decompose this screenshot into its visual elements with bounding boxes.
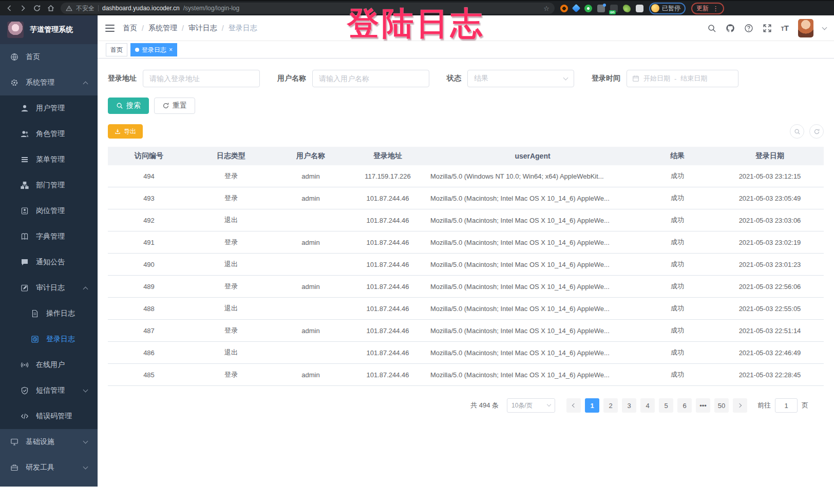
sidebar-item[interactable]: 审计日志	[0, 275, 98, 301]
bookmark-star-icon[interactable]: ☆	[543, 5, 549, 12]
close-tab-icon[interactable]: ×	[169, 47, 173, 53]
sidebar: 芋道管理系统 首页系统管理用户管理角色管理菜单管理部门管理岗位管理字典管理通知公…	[0, 15, 98, 487]
home-icon[interactable]	[47, 4, 55, 12]
search-button[interactable]: 搜索	[108, 98, 149, 114]
online-icon	[21, 361, 29, 369]
table-row[interactable]: 486退出101.87.244.46Mozilla/5.0 (Macintosh…	[108, 342, 824, 364]
extension-green-circle-icon[interactable]	[584, 5, 592, 12]
avatar-caret-icon[interactable]	[822, 25, 827, 30]
back-icon[interactable]	[5, 4, 13, 12]
sidebar-item[interactable]: 系统管理	[0, 70, 98, 95]
cell-ip: 101.87.244.46	[349, 195, 426, 202]
prev-page-button[interactable]	[566, 398, 581, 413]
sidebar-item[interactable]: 首页	[0, 44, 98, 70]
sidebar-item[interactable]: 部门管理	[0, 172, 98, 198]
sidebar-item[interactable]: 短信管理	[0, 378, 98, 403]
table-row[interactable]: 493登录admin101.87.244.46Mozilla/5.0 (Maci…	[108, 187, 824, 209]
sidebar-item[interactable]: 菜单管理	[0, 147, 98, 172]
chevron-up-icon	[83, 286, 88, 292]
refresh-table-button[interactable]	[809, 124, 824, 139]
user-avatar[interactable]	[798, 19, 813, 37]
help-icon[interactable]	[744, 24, 753, 33]
extension-orange-icon[interactable]	[560, 5, 568, 12]
goto-page-input[interactable]	[775, 398, 798, 413]
sidebar-logo-row[interactable]: 芋道管理系统	[0, 15, 98, 44]
date-range-picker[interactable]: 开始日期 - 结束日期	[627, 70, 738, 87]
sidebar-item[interactable]: 字典管理	[0, 224, 98, 249]
cell-date: 2021-05-03 23:03:06	[716, 217, 824, 224]
extension-leaf-icon[interactable]	[623, 5, 631, 12]
table-row[interactable]: 489登录admin101.87.244.46Mozilla/5.0 (Maci…	[108, 276, 824, 298]
export-button[interactable]: 导出	[108, 124, 143, 139]
address-filter-input[interactable]	[143, 70, 260, 87]
page-button[interactable]: 3	[622, 398, 636, 413]
page-button[interactable]: 6	[677, 398, 692, 413]
extension-list-icon[interactable]: on	[610, 5, 618, 12]
loginlog-icon	[31, 335, 39, 343]
breadcrumb-item[interactable]: 审计日志	[188, 24, 217, 33]
status-filter-select[interactable]: 结果	[467, 70, 574, 87]
book-icon	[21, 232, 29, 241]
sidebar-item[interactable]: 基础设施	[0, 429, 98, 455]
cell-result: 成功	[639, 216, 716, 225]
table-row[interactable]: 490退出101.87.244.46Mozilla/5.0 (Macintosh…	[108, 254, 824, 276]
page-size-select[interactable]: 10条/页	[507, 398, 555, 413]
sidebar-item[interactable]: 研发工具	[0, 455, 98, 480]
hamburger-icon[interactable]	[105, 25, 115, 32]
sidebar-item-label: 菜单管理	[36, 155, 65, 164]
sidebar-item[interactable]: 岗位管理	[0, 198, 98, 224]
table-row[interactable]: 485登录admin101.87.244.46Mozilla/5.0 (Maci…	[108, 364, 824, 386]
status-filter-label: 状态	[447, 74, 461, 83]
cell-ip: 101.87.244.46	[349, 283, 426, 290]
sidebar-item[interactable]: 操作日志	[0, 301, 98, 326]
next-page-button[interactable]	[733, 398, 747, 413]
cell-id: 487	[108, 327, 190, 335]
cell-type: 退出	[190, 216, 272, 225]
chrome-update-button[interactable]: 更新 ⋮	[691, 3, 724, 14]
profile-paused-chip[interactable]: 已暂停	[649, 3, 686, 14]
github-icon[interactable]	[726, 24, 735, 33]
cell-ua: Mozilla/5.0 (Macintosh; Intel Mac OS X 1…	[426, 239, 639, 246]
cell-ip: 101.87.244.46	[349, 371, 426, 379]
sidebar-item[interactable]: 登录日志	[0, 326, 98, 352]
table-row[interactable]: 487登录admin101.87.244.46Mozilla/5.0 (Maci…	[108, 320, 824, 342]
sidebar-item[interactable]: 角色管理	[0, 121, 98, 147]
cell-ip: 101.87.244.46	[349, 349, 426, 357]
font-size-icon[interactable]: TT	[781, 24, 789, 32]
table-row[interactable]: 492退出101.87.244.46Mozilla/5.0 (Macintosh…	[108, 209, 824, 231]
username-filter-label: 用户名称	[277, 74, 306, 83]
page-button[interactable]: 1	[585, 398, 599, 413]
page-button[interactable]: 2	[603, 398, 618, 413]
sidebar-item-label: 审计日志	[36, 283, 65, 293]
sidebar-item[interactable]: 通知公告	[0, 249, 98, 275]
puzzle-extensions-icon[interactable]	[636, 5, 643, 12]
forward-icon[interactable]	[19, 4, 27, 12]
search-icon[interactable]	[707, 24, 716, 33]
toggle-search-button[interactable]	[790, 124, 804, 139]
table-row[interactable]: 494登录admin117.159.17.226Mozilla/5.0 (Win…	[108, 165, 824, 187]
page-button[interactable]: 5	[659, 398, 673, 413]
sidebar-item[interactable]: 用户管理	[0, 95, 98, 121]
extension-grid-icon[interactable]	[597, 5, 605, 12]
security-warning-label[interactable]: 不安全	[76, 4, 94, 13]
page-ellipsis[interactable]: •••	[696, 398, 710, 413]
reload-icon[interactable]	[33, 4, 41, 12]
page-button[interactable]: 4	[640, 398, 655, 413]
username-filter-input[interactable]	[312, 70, 429, 87]
cell-result: 成功	[639, 171, 716, 181]
breadcrumb-item[interactable]: 系统管理	[148, 24, 177, 33]
breadcrumb-item[interactable]: 首页	[123, 24, 137, 33]
table-header-row: 访问编号日志类型用户名称登录地址userAgent结果登录日期	[108, 147, 824, 165]
tab-login-log[interactable]: 登录日志 ×	[130, 43, 177, 56]
extension-gem-icon[interactable]	[572, 4, 581, 13]
fullscreen-icon[interactable]	[763, 24, 772, 33]
page-button[interactable]: 50	[714, 398, 729, 413]
chrome-menu-icon[interactable]: ⋮	[712, 5, 719, 12]
table-row[interactable]: 488退出101.87.244.46Mozilla/5.0 (Macintosh…	[108, 298, 824, 320]
tab-home[interactable]: 首页	[106, 43, 127, 56]
sidebar-item[interactable]: 错误码管理	[0, 403, 98, 429]
sidebar-item[interactable]: 在线用户	[0, 352, 98, 378]
reset-button[interactable]: 重置	[154, 98, 195, 114]
calendar-icon	[632, 75, 639, 82]
table-row[interactable]: 491登录admin101.87.244.46Mozilla/5.0 (Maci…	[108, 231, 824, 254]
